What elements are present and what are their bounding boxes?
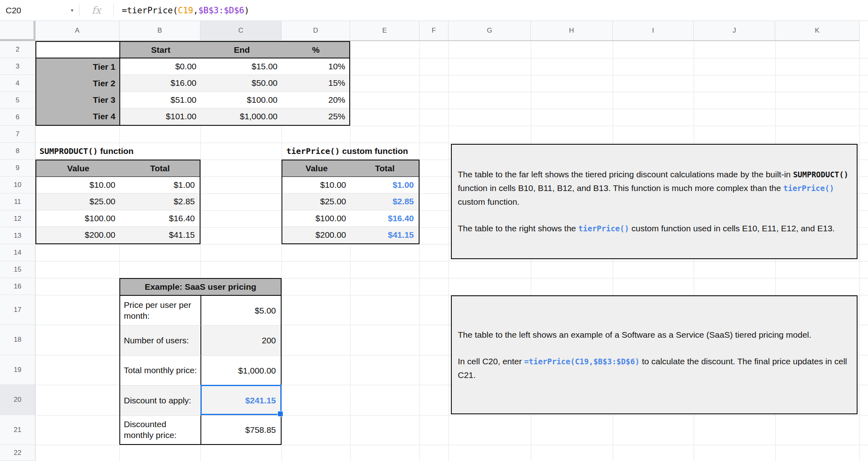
cell-C4[interactable]: $50.00 [201,75,282,91]
column-header-H[interactable]: H [531,21,613,41]
name-box[interactable]: C20 ▾ [0,0,79,21]
row-header-18[interactable]: 18 [0,325,35,355]
cell-D12[interactable]: $100.00 [282,210,351,227]
saas-pricing-table: Example: SaaS user pricing Price per use… [119,278,282,445]
row-header-3[interactable]: 3 [0,58,35,75]
gridline [35,126,868,126]
cell-A3[interactable]: Tier 1 [36,58,120,75]
column-header-K[interactable]: K [775,21,860,41]
column-header-A[interactable]: A [35,21,119,41]
name-box-dropdown-icon[interactable]: ▾ [71,7,73,13]
cell-B13[interactable]: $41.15 [120,227,200,243]
cell-E11[interactable]: $2.85 [351,193,419,210]
row-header-15[interactable]: 15 [0,261,35,278]
cell-D9[interactable]: Value [282,160,351,177]
tierprice-table: Value Total $10.00 $1.00 $25.00 $2.85 $1… [282,160,419,244]
row-header-21[interactable]: 21 [0,415,35,445]
row-header-10[interactable]: 10 [0,177,35,193]
column-header-I[interactable]: I [613,21,694,41]
cell-D13[interactable]: $200.00 [282,227,351,243]
cell-C19[interactable]: $1,000.00 [201,356,281,386]
cell-C2[interactable]: End [201,42,282,58]
cell-A9[interactable]: Value [36,160,120,177]
cell-B5[interactable]: $51.00 [120,92,201,108]
row-header-2[interactable]: 2 [0,41,35,58]
cell-C6[interactable]: $1,000.00 [201,108,282,125]
cell-B11[interactable]: $2.85 [120,193,200,210]
sumproduct-section-label[interactable]: SUMPRODUCT() function [40,143,134,160]
cell-A10[interactable]: $10.00 [36,177,120,193]
note-box-functions[interactable]: The table to the far left shows the tier… [451,144,858,259]
cell-D11[interactable]: $25.00 [282,193,351,210]
cell-B12[interactable]: $16.40 [120,210,200,227]
gridline [35,261,868,262]
cell-E9[interactable]: Total [351,160,419,177]
cell-C3[interactable]: $15.00 [201,58,282,75]
cell-B4[interactable]: $16.00 [120,75,201,91]
row-header-16[interactable]: 16 [0,278,35,295]
cell-B3[interactable]: $0.00 [120,58,201,75]
row-header-9[interactable]: 9 [0,160,35,177]
column-header-F[interactable]: F [419,21,449,41]
cell-B2[interactable]: Start [120,42,201,58]
column-header-G[interactable]: G [449,21,531,41]
cell-B17[interactable]: Price per user per month: [120,296,201,326]
cell-C17[interactable]: $5.00 [201,296,281,326]
cell-A6[interactable]: Tier 4 [36,108,120,125]
cell-B6[interactable]: $101.00 [120,108,201,125]
column-header-J[interactable]: J [694,21,775,41]
column-header-D[interactable]: D [282,21,350,41]
cell-C18[interactable]: 200 [201,326,281,356]
cell-B19[interactable]: Total monthly price: [120,356,201,386]
row-header-13[interactable]: 13 [0,227,35,244]
row-header-17[interactable]: 17 [0,295,35,325]
cell-A5[interactable]: Tier 3 [36,92,120,108]
cell-A13[interactable]: $200.00 [36,227,120,243]
cell-D3[interactable]: 10% [282,58,349,75]
cell-E10[interactable]: $1.00 [351,177,419,193]
cell-A2[interactable] [36,42,120,58]
select-all-corner[interactable] [0,21,35,41]
cell-A4[interactable]: Tier 2 [36,75,120,91]
note-box-saas[interactable]: The table to the left shows an example o… [451,295,858,414]
row-header-7[interactable]: 7 [0,126,35,143]
cell-C5[interactable]: $100.00 [201,92,282,108]
column-header-E[interactable]: E [350,21,419,41]
cell-E12[interactable]: $16.40 [351,210,419,227]
cell-D5[interactable]: 20% [282,92,349,108]
cell-B21[interactable]: Discounted monthly price: [120,416,201,444]
fx-icon: fx [79,4,113,16]
row-header-11[interactable]: 11 [0,193,35,210]
cell-A12[interactable]: $100.00 [36,210,120,227]
row-header-4[interactable]: 4 [0,75,35,92]
gridline [449,41,449,461]
cell-B10[interactable]: $1.00 [120,177,200,193]
formula-input[interactable]: =tierPrice(C19,$B$3:$D$6) [114,6,868,15]
cell-D10[interactable]: $10.00 [282,177,351,193]
formula-bar: C20 ▾ fx =tierPrice(C19,$B$3:$D$6) [0,0,868,21]
gridline [350,41,351,461]
active-cell-selection[interactable] [200,385,282,415]
cell-D6[interactable]: 25% [282,108,349,125]
row-header-14[interactable]: 14 [0,244,35,261]
cell-A11[interactable]: $25.00 [36,193,120,210]
cell-E13[interactable]: $41.15 [351,227,419,243]
cell-B9[interactable]: Total [120,160,200,177]
column-header-B[interactable]: B [119,21,200,41]
cell-B20[interactable]: Discount to apply: [120,386,201,416]
row-header-19[interactable]: 19 [0,355,35,385]
cell-D2[interactable]: % [282,42,349,58]
row-header-12[interactable]: 12 [0,210,35,227]
row-header-22[interactable]: 22 [0,445,35,461]
cell-B18[interactable]: Number of users: [120,326,201,356]
row-header-20[interactable]: 20 [0,385,35,415]
fill-handle[interactable] [278,411,283,417]
column-header-C[interactable]: C [200,21,282,41]
tierprice-section-label[interactable]: tierPrice() custom function [286,143,408,160]
row-header-8[interactable]: 8 [0,143,35,160]
cell-B16-title[interactable]: Example: SaaS user pricing [120,279,281,296]
row-header-6[interactable]: 6 [0,109,35,126]
cell-C21[interactable]: $758.85 [201,416,281,444]
row-header-5[interactable]: 5 [0,92,35,109]
cell-D4[interactable]: 15% [282,75,349,91]
